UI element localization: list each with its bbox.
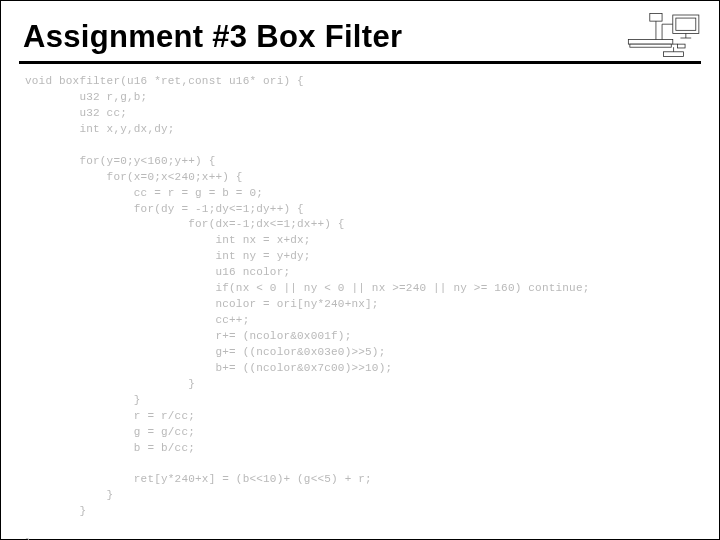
svg-rect-5 bbox=[628, 40, 672, 45]
svg-rect-8 bbox=[664, 52, 684, 57]
svg-rect-0 bbox=[650, 13, 662, 21]
slide-title: Assignment #3 Box Filter bbox=[23, 19, 697, 55]
slide: Assignment #3 Box Filter void boxfilter(… bbox=[0, 0, 720, 540]
computer-diagram-icon bbox=[613, 13, 705, 63]
code-listing: void boxfilter(u16 *ret,const u16* ori) … bbox=[23, 74, 697, 540]
svg-rect-7 bbox=[677, 44, 685, 48]
svg-rect-6 bbox=[630, 44, 671, 47]
title-underline bbox=[19, 61, 701, 64]
svg-rect-2 bbox=[676, 18, 696, 30]
